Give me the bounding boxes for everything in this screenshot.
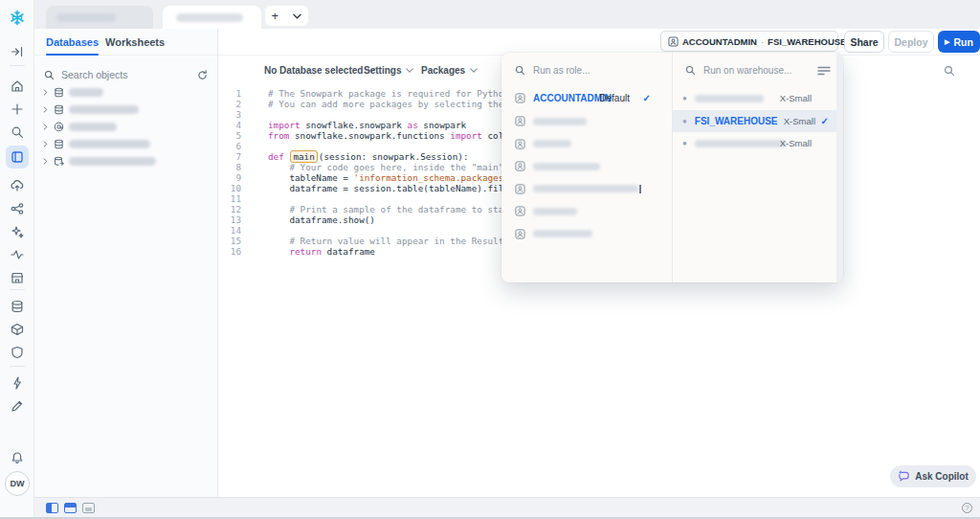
run-on-warehouse-placeholder: Run on warehouse... [703,65,791,76]
line-number: 15 [218,236,241,246]
shield-icon[interactable] [10,345,25,360]
network-icon[interactable] [10,201,25,216]
role-item-selected[interactable]: ACCOUNTADMINDefault✓ [515,87,664,109]
home-icon[interactable] [10,79,25,94]
context-selector[interactable]: ACCOUNTADMIN · FSI_WAREHOUSE (X-Small) [660,31,838,52]
role-item[interactable] [515,110,664,132]
line-number: 1 [218,88,241,99]
role-item[interactable] [515,200,664,222]
database-list-item[interactable] [42,153,212,169]
line-number: 9 [218,172,241,183]
search-icon [685,65,696,76]
context-separator: · [761,36,764,47]
tab-worksheets[interactable]: Worksheets [105,29,165,56]
tab-databases[interactable]: Databases [46,29,99,56]
run-on-warehouse-search[interactable]: Run on warehouse... [685,55,810,85]
blurred-warehouse-name [695,140,786,147]
line-number: 4 [218,120,241,130]
worksheet-header: ACCOUNTADMIN · FSI_WAREHOUSE (X-Small) S… [218,29,980,56]
blurred-warehouse-name [695,95,764,102]
database-icon[interactable] [10,299,25,314]
layout-split-top-icon[interactable] [64,503,77,513]
run-button[interactable]: ▶ Run [938,31,980,53]
tab-menu-chevron-icon[interactable] [293,13,301,19]
blurred-role-name [533,208,577,215]
refresh-icon[interactable] [197,70,208,80]
explorer-tabs: Databases Worksheets [34,29,217,56]
plus-icon[interactable] [10,102,25,117]
sparkles-icon[interactable] [10,224,25,239]
role-item[interactable] [515,133,664,155]
pen-icon[interactable] [10,398,25,414]
role-icon [515,184,525,194]
shared-database-icon [54,156,64,167]
blurred-tab-label [56,13,116,22]
role-icon [515,229,525,239]
search-objects-placeholder: Search objects [61,69,197,80]
line-number: 2 [218,99,241,109]
check-icon: ✓ [643,93,651,103]
activity-icon[interactable] [10,247,25,262]
play-icon: ▶ [945,38,949,46]
bullet-icon: ● [682,94,687,102]
user-avatar[interactable]: DW [5,471,30,496]
deploy-button[interactable]: Deploy [888,31,934,53]
blurred-role-suffix [639,185,641,193]
active-tab-underline [46,54,99,56]
check-icon: ✓ [821,116,829,126]
database-list-item[interactable] [42,136,212,151]
search-icon[interactable] [10,124,25,140]
projects-nav-active[interactable] [6,146,29,169]
new-tab-button[interactable]: + [272,9,279,23]
packages-menu[interactable]: Packages [421,56,478,84]
database-selector[interactable]: No Database selected [264,56,375,84]
settings-menu[interactable]: Settings [364,56,413,84]
share-button[interactable]: Share [844,31,884,53]
blurred-tab-label [176,13,243,22]
blurred-role-name [533,185,638,192]
package-icon[interactable] [10,322,25,337]
database-list-item[interactable] [42,119,212,134]
snowflake-logo[interactable] [10,10,25,25]
chevron-down-icon [406,68,413,73]
database-list-item[interactable] [42,102,212,117]
chevron-right-icon [42,106,49,113]
search-objects-row[interactable]: Search objects [44,63,208,86]
dropdown-scrollbar[interactable] [836,53,843,282]
collapse-panel-icon[interactable] [10,44,25,59]
database-icon [54,104,64,115]
run-as-role-search[interactable]: Run as role... [515,55,658,85]
editor-search-icon[interactable] [944,63,955,80]
worksheet-tabstrip: + [34,0,980,29]
data-load-icon[interactable] [10,178,25,193]
worksheet-tab-inactive[interactable] [46,6,153,29]
line-number: 16 [218,246,241,257]
bell-icon[interactable] [10,450,25,465]
role-item[interactable] [515,155,664,177]
copilot-icon [898,470,910,483]
blurred-role-name [533,230,592,237]
warehouse-sort-icon[interactable] [817,62,831,79]
rail-divider [10,289,25,290]
warehouse-item[interactable]: ●FSI_WAREHOUSEX-Small✓ [673,110,836,132]
chevron-down-icon [470,68,478,73]
bolt-icon[interactable] [10,375,25,391]
warehouse-item[interactable]: ●X-Small [673,87,836,109]
warehouse-item[interactable]: ●X-Small [673,132,836,154]
status-bar: ? [34,497,980,517]
database-list-item[interactable] [42,84,212,100]
shared-account-icon [54,122,64,132]
run-as-role-placeholder: Run as role... [533,65,590,76]
layout-split-left-icon[interactable] [46,503,58,513]
blurred-role-name [533,163,600,170]
help-icon[interactable]: ? [962,503,972,513]
worksheet-tab-active[interactable] [163,6,261,29]
role-item[interactable] [515,223,664,245]
ask-copilot-button[interactable]: Ask Copilot [890,465,976,487]
marketplace-icon[interactable] [10,270,25,285]
ask-copilot-label: Ask Copilot [915,471,969,482]
layout-float-icon[interactable] [82,503,95,513]
role-item[interactable] [515,178,664,200]
object-explorer-panel: Databases Worksheets Search objects [34,29,218,497]
left-nav-rail: DW [0,0,34,519]
